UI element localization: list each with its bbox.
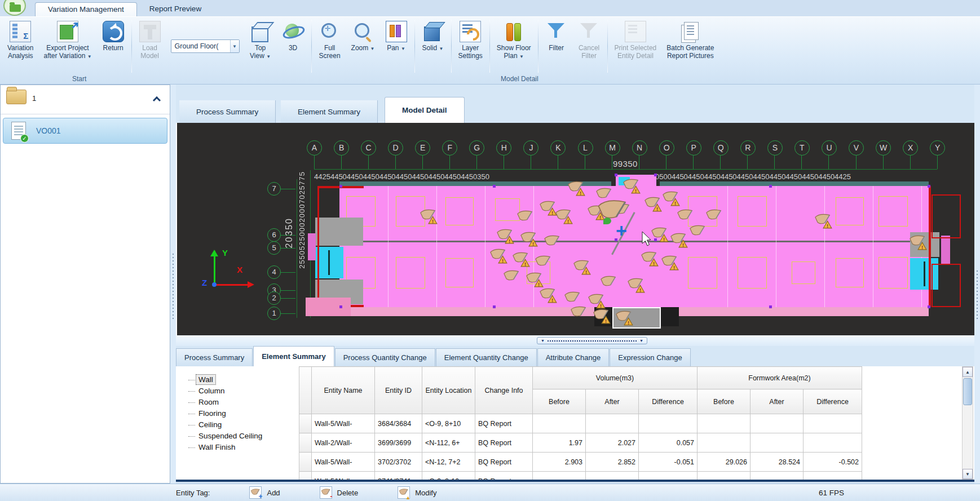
horizontal-splitter[interactable]: ▼ ▼ bbox=[176, 335, 974, 346]
batch-generate-report-pictures-button[interactable]: Batch GenerateReport Pictures bbox=[661, 19, 719, 74]
scroll-thumb[interactable] bbox=[963, 378, 972, 405]
cell[interactable]: 2.903 bbox=[533, 453, 586, 472]
tab-element-summary-2[interactable]: Element Summary bbox=[253, 346, 334, 366]
column-header-entity-id[interactable]: Entity ID bbox=[375, 367, 422, 414]
variation-group-header[interactable]: 1 bbox=[1, 85, 170, 114]
tree-item-suspended-ceiling[interactable]: Suspended Ceiling bbox=[196, 431, 264, 441]
ribbon-tab-variation-management[interactable]: Variation Management bbox=[35, 2, 137, 17]
cell[interactable]: <O-9, 8+10 bbox=[422, 414, 475, 433]
sub-header-difference[interactable]: Difference bbox=[804, 389, 862, 414]
tab-process-summary[interactable]: Process Summary bbox=[179, 100, 276, 123]
splitter-handle[interactable]: ▼ ▼ bbox=[537, 337, 647, 344]
cell[interactable]: 2.852 bbox=[586, 453, 639, 472]
node-handle[interactable] bbox=[928, 305, 930, 308]
group-header-formwork-area-m2-[interactable]: Formwork Area(m2) bbox=[698, 367, 862, 389]
cell[interactable]: 0.057 bbox=[639, 433, 698, 453]
floor-selector-combo[interactable]: Ground Floor(▼ bbox=[171, 39, 240, 53]
node-handle[interactable] bbox=[493, 305, 496, 308]
chevron-down-icon[interactable]: ▼ bbox=[230, 40, 239, 52]
cell[interactable] bbox=[751, 472, 804, 480]
cell[interactable]: 28.524 bbox=[751, 453, 804, 472]
variation-item-vo001[interactable]: ✓ VO001 bbox=[3, 118, 167, 144]
cell[interactable]: <N-12, 7+2 bbox=[422, 453, 475, 472]
sub-header-before[interactable]: Before bbox=[533, 389, 586, 414]
cell[interactable] bbox=[533, 414, 586, 433]
full-screen-button[interactable]: FullScreen bbox=[314, 19, 346, 74]
warning-cone[interactable] bbox=[533, 254, 553, 271]
warning-cone[interactable] bbox=[704, 207, 723, 224]
row-selector[interactable] bbox=[299, 453, 312, 472]
row-selector[interactable] bbox=[299, 472, 312, 480]
warning-cone[interactable] bbox=[569, 304, 588, 321]
cell[interactable] bbox=[751, 414, 804, 433]
table-row[interactable]: Wall-5/Wall-3684/3684<O-9, 8+10BQ Report bbox=[299, 414, 862, 433]
sub-header-after[interactable]: After bbox=[751, 389, 804, 414]
cell[interactable] bbox=[639, 414, 698, 433]
cell[interactable] bbox=[586, 472, 639, 480]
tab-element-summary[interactable]: Element Summary bbox=[281, 100, 378, 123]
table-row[interactable]: Wall-2/Wall-3699/3699<N-112, 6+BQ Report… bbox=[299, 433, 862, 453]
export-project-after-variation-button[interactable]: Export Projectafter Variation ▼ bbox=[38, 19, 96, 74]
sub-header-difference[interactable]: Difference bbox=[639, 389, 698, 414]
cell[interactable]: 3702/3702 bbox=[375, 453, 422, 472]
zoom-button[interactable]: Zoom ▼ bbox=[346, 19, 380, 74]
cell[interactable]: 3684/3684 bbox=[375, 414, 422, 433]
node-handle[interactable] bbox=[493, 185, 496, 188]
table-row[interactable]: Wall-5/Wall-3741/3741<O-9, 2-10BQ Report bbox=[299, 472, 862, 480]
tab-process-quantity-change[interactable]: Process Quantity Change bbox=[335, 348, 435, 366]
return-button[interactable]: Return bbox=[97, 19, 130, 74]
node-handle[interactable] bbox=[769, 185, 772, 188]
column-header-change-info[interactable]: Change Info bbox=[475, 367, 533, 414]
right-splitter[interactable] bbox=[974, 85, 980, 484]
row-selector[interactable] bbox=[299, 433, 312, 453]
cell[interactable]: <O-9, 2-10 bbox=[422, 472, 475, 480]
left-splitter[interactable] bbox=[170, 85, 176, 484]
collapse-chevron-icon[interactable] bbox=[153, 96, 161, 104]
cell[interactable]: 3741/3741 bbox=[375, 472, 422, 480]
tab-expression-change[interactable]: Expression Change bbox=[610, 348, 690, 366]
ribbon-tab-report-preview[interactable]: Report Preview bbox=[137, 2, 214, 17]
warning-cone[interactable] bbox=[515, 209, 535, 225]
node-handle[interactable] bbox=[339, 305, 342, 308]
cell[interactable]: 3699/3699 bbox=[375, 433, 422, 453]
cell[interactable] bbox=[698, 433, 751, 453]
cell[interactable]: <N-112, 6+ bbox=[422, 433, 475, 453]
tab-process-summary-2[interactable]: Process Summary bbox=[176, 348, 253, 366]
cell[interactable]: BQ Report bbox=[475, 453, 533, 472]
tree-item-wall-finish[interactable]: Wall Finish bbox=[196, 442, 238, 452]
warning-cone[interactable] bbox=[502, 268, 521, 285]
cell[interactable] bbox=[751, 433, 804, 453]
cell[interactable]: -0.051 bbox=[639, 453, 698, 472]
tab-element-quantity-change[interactable]: Element Quantity Change bbox=[436, 348, 537, 366]
table-vertical-scrollbar[interactable]: ▲ ▼ bbox=[962, 366, 973, 480]
cell[interactable]: Wall-5/Wall- bbox=[312, 414, 375, 433]
group-header-volume-m3-[interactable]: Volume(m3) bbox=[533, 367, 698, 389]
node-handle[interactable] bbox=[928, 185, 930, 188]
show-floor-plan-button[interactable]: Show FloorPlan ▼ bbox=[492, 19, 536, 74]
node-handle[interactable] bbox=[339, 185, 342, 188]
scroll-up-button[interactable]: ▲ bbox=[963, 367, 973, 377]
model-viewport[interactable]: ABCDEFGHJKLMNOPQRSTUVWXY9935044254450445… bbox=[176, 123, 974, 335]
cell[interactable] bbox=[639, 472, 698, 480]
cell[interactable] bbox=[698, 472, 751, 480]
column-header-entity-name[interactable]: Entity Name bbox=[312, 367, 375, 414]
column-header-entity-location[interactable]: Entity Location bbox=[422, 367, 475, 414]
cell[interactable]: 29.026 bbox=[698, 453, 751, 472]
tree-item-wall[interactable]: Wall bbox=[196, 375, 215, 384]
layer-settings-button[interactable]: LayerSettings bbox=[453, 19, 488, 74]
sub-header-before[interactable]: Before bbox=[698, 389, 751, 414]
warning-cone[interactable] bbox=[599, 274, 618, 291]
cell[interactable] bbox=[804, 433, 862, 453]
cell[interactable]: 1.97 bbox=[533, 433, 586, 453]
row-selector-header[interactable] bbox=[299, 367, 312, 414]
node-handle[interactable] bbox=[615, 174, 617, 176]
cell[interactable] bbox=[533, 472, 586, 480]
table-row[interactable]: Wall-5/Wall-3702/3702<N-12, 7+2BQ Report… bbox=[299, 453, 862, 472]
warning-cone[interactable] bbox=[542, 233, 562, 250]
row-selector[interactable] bbox=[299, 414, 312, 433]
tab-attribute-change[interactable]: Attribute Change bbox=[537, 348, 610, 366]
cell[interactable] bbox=[698, 414, 751, 433]
tree-item-flooring[interactable]: Flooring bbox=[196, 409, 228, 418]
cell[interactable]: 2.027 bbox=[586, 433, 639, 453]
cell[interactable]: BQ Report bbox=[475, 433, 533, 453]
